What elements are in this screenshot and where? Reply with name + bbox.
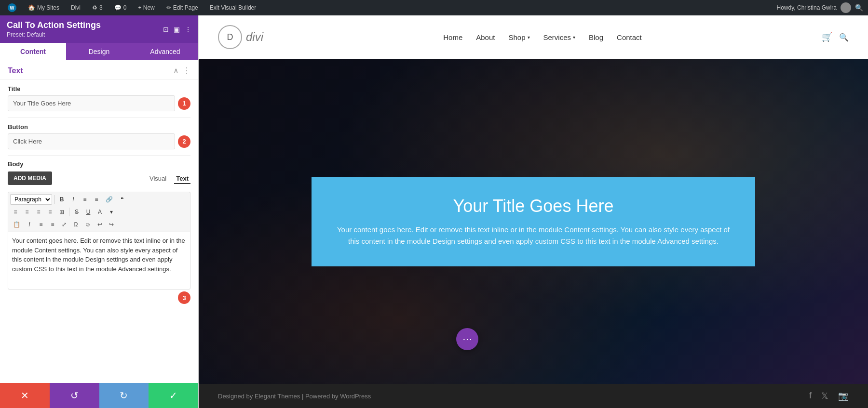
emoji-btn[interactable]: ☺ [82,219,94,230]
redo-button[interactable]: ↻ [99,383,149,408]
my-sites-icon: 🏠 [28,4,35,11]
comments-btn[interactable]: 💬 0 [111,0,130,15]
redo-btn[interactable]: ↪ [106,219,117,230]
fullscreen-icon[interactable]: ⊡ [163,26,169,33]
left-panel: Call To Action Settings Preset: Default … [0,15,199,408]
search-icon[interactable]: 🔍 [855,4,863,12]
strikethrough-btn[interactable]: S [71,207,82,217]
counter-label: 3 [99,4,103,11]
paste-text-btn[interactable]: 📋 [10,219,23,230]
wp-logo-btn[interactable]: W [5,0,19,15]
ordered-list-btn[interactable]: ≡ [91,194,102,205]
outdent-btn[interactable]: ≡ [47,219,58,230]
title-label: Title [8,85,190,92]
italic-2-btn[interactable]: I [24,219,35,230]
divi-btn[interactable]: Divi [68,0,83,15]
services-arrow-icon: ▾ [573,35,575,40]
edit-page-btn[interactable]: ✏ Edit Page [163,0,201,15]
button-label: Button [8,123,190,131]
admin-bar: W 🏠 My Sites Divi ♻ 3 💬 0 + New ✏ Edit P… [0,0,868,15]
hero-section: Your Title Goes Here Your content goes h… [199,59,868,384]
search-icon-nav[interactable]: 🔍 [839,33,849,42]
editor-body[interactable]: Your content goes here. Edit or remove t… [8,232,190,290]
cancel-button[interactable]: ✕ [0,383,50,408]
title-field-group: Title 1 [0,79,198,117]
more-btn[interactable]: ▾ [106,207,117,217]
split-view-icon[interactable]: ▣ [174,26,180,33]
facebook-icon[interactable]: f [809,391,812,401]
panel-preset: Preset: Default [7,31,101,38]
tab-content[interactable]: Content [0,43,66,60]
fullscreen-editor-btn[interactable]: ⤢ [59,219,69,230]
toolbar-sep-1 [54,195,54,204]
underline-btn[interactable]: U [83,207,94,217]
panel-header-icons: ⊡ ▣ ⋮ [163,26,191,33]
title-input[interactable] [8,95,175,111]
toolbar-sep-2 [69,208,69,216]
italic-btn[interactable]: I [68,194,79,205]
divi-label: Divi [71,4,81,11]
collapse-icon[interactable]: ∧ [173,66,179,75]
undo-btn[interactable]: ↩ [95,219,105,230]
panel-tabs: Content Design Advanced [0,43,198,60]
body-badge: 3 [178,291,190,304]
site-menu-right: 🛒 🔍 [822,32,849,42]
add-media-button[interactable]: ADD MEDIA [8,171,52,185]
counter-btn[interactable]: ♻ 3 [89,0,106,15]
preview-area: D divi Home About Shop ▾ Services ▾ Blog… [199,15,868,408]
table-btn[interactable]: ⊞ [56,207,67,217]
align-justify-btn[interactable]: ≡ [45,207,55,217]
toolbar-row-1: Paragraph B I ≡ ≡ 🔗 ❝ [10,194,188,205]
nav-blog[interactable]: Blog [589,33,603,41]
quote-btn[interactable]: ❝ [117,194,127,205]
avatar [841,2,851,13]
my-sites-btn[interactable]: 🏠 My Sites [25,0,62,15]
toolbar-row-2: ≡ ≡ ≡ ≡ ⊞ S U A ▾ [10,207,188,217]
link-btn[interactable]: 🔗 [103,194,116,205]
cta-box: Your Title Goes Here Your content goes h… [312,177,755,266]
button-input-row: 2 [8,133,190,149]
panel-header: Call To Action Settings Preset: Default … [0,15,198,43]
align-right-btn[interactable]: ≡ [33,207,44,217]
panel-content: Text ∧ ⋮ Title 1 Button 2 [0,60,198,383]
reset-button[interactable]: ↺ [50,383,99,408]
nav-shop[interactable]: Shop ▾ [508,33,529,41]
editor-toolbar: Paragraph B I ≡ ≡ 🔗 ❝ ≡ ≡ ≡ ≡ [8,192,190,232]
section-more-icon[interactable]: ⋮ [183,66,190,75]
nav-services[interactable]: Services ▾ [543,33,576,41]
align-center-btn[interactable]: ≡ [22,207,32,217]
panel-title: Call To Action Settings [7,20,101,30]
section-icons: ∧ ⋮ [173,66,190,75]
nav-about[interactable]: About [476,33,495,41]
exit-builder-btn[interactable]: Exit Visual Builder [207,0,259,15]
nav-home[interactable]: Home [443,33,462,41]
tab-design[interactable]: Design [66,43,132,60]
tab-advanced[interactable]: Advanced [132,43,198,60]
logo-d: D [227,32,233,42]
paragraph-select[interactable]: Paragraph [10,194,52,205]
recycle-icon: ♻ [92,4,97,11]
more-options-icon[interactable]: ⋮ [185,26,191,33]
instagram-icon[interactable]: 📷 [838,391,849,401]
comment-icon: 💬 [114,4,122,11]
indent-btn[interactable]: ≡ [36,219,46,230]
bold-btn[interactable]: B [56,194,67,205]
comments-label: 0 [123,4,127,11]
unordered-list-btn[interactable]: ≡ [80,194,90,205]
nav-contact[interactable]: Contact [617,33,642,41]
font-color-btn[interactable]: A [95,207,105,217]
tab-visual[interactable]: Visual [148,174,168,184]
twitter-icon[interactable]: 𝕏 [821,391,828,401]
button-input[interactable] [8,133,175,149]
new-btn[interactable]: + New [135,0,157,15]
fab-menu-button[interactable]: ⋯ [456,328,478,350]
admin-bar-right: Howdy, Christina Gwira 🔍 [777,2,863,13]
special-char-btn[interactable]: Ω [70,219,81,230]
align-left-btn[interactable]: ≡ [10,207,21,217]
save-button[interactable]: ✓ [149,383,198,408]
site-menu: Home About Shop ▾ Services ▾ Blog Contac… [443,33,642,41]
cart-icon[interactable]: 🛒 [822,32,832,42]
tab-text[interactable]: Text [174,174,190,184]
main-layout: Call To Action Settings Preset: Default … [0,15,868,408]
site-nav: D divi Home About Shop ▾ Services ▾ Blog… [199,15,868,59]
